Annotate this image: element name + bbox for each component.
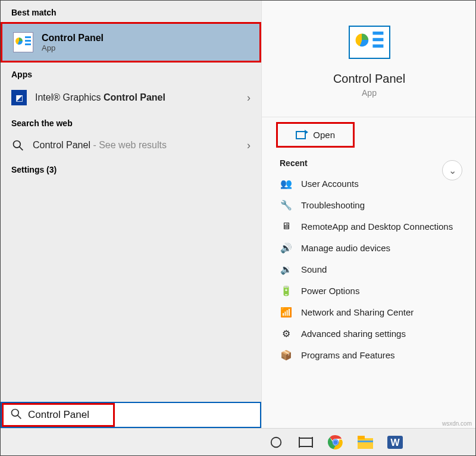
svg-line-3 bbox=[18, 416, 21, 419]
watermark: wsxdn.com bbox=[442, 420, 472, 427]
recent-item[interactable]: 🔋Power Options bbox=[262, 280, 476, 301]
taskbar: W bbox=[1, 428, 476, 455]
sound-icon: 🔉 bbox=[280, 263, 293, 276]
divider bbox=[262, 117, 476, 117]
wrench-icon: 🔧 bbox=[280, 198, 293, 211]
best-match-result[interactable]: Control Panel App bbox=[1, 22, 261, 63]
svg-text:W: W bbox=[390, 438, 400, 448]
best-match-title: Control Panel bbox=[42, 33, 104, 43]
recent-item[interactable]: 🔊Manage audio devices bbox=[262, 237, 476, 258]
expand-button[interactable]: ⌄ bbox=[442, 160, 462, 180]
recent-item[interactable]: 🔧Troubleshooting bbox=[262, 194, 476, 215]
search-input[interactable]: Control Panel bbox=[1, 402, 261, 428]
remote-icon: 🖥 bbox=[280, 220, 293, 233]
control-panel-icon-large bbox=[349, 26, 390, 59]
users-icon: 👥 bbox=[280, 177, 293, 190]
web-result[interactable]: Control Panel - See web results › bbox=[1, 133, 261, 158]
speaker-icon: 🔊 bbox=[280, 241, 293, 254]
chevron-right-icon[interactable]: › bbox=[247, 139, 250, 152]
search-icon bbox=[11, 139, 24, 152]
recent-item[interactable]: 📦Programs and Features bbox=[262, 344, 476, 366]
svg-rect-13 bbox=[358, 436, 365, 439]
preview-subtitle: App bbox=[362, 88, 377, 98]
control-panel-icon bbox=[13, 32, 33, 52]
battery-icon: 🔋 bbox=[280, 284, 293, 297]
search-web-label: Search the web bbox=[1, 111, 261, 133]
svg-point-0 bbox=[14, 141, 21, 148]
chrome-icon[interactable] bbox=[324, 431, 347, 454]
search-value: Control Panel bbox=[28, 409, 260, 421]
preview-title: Control Panel bbox=[333, 72, 405, 86]
chevron-right-icon[interactable]: › bbox=[247, 92, 250, 104]
recent-item[interactable]: 🖥RemoteApp and Desktop Connections bbox=[262, 215, 476, 237]
open-button[interactable]: Open bbox=[276, 122, 355, 148]
task-view-icon[interactable] bbox=[295, 431, 317, 454]
apps-label: Apps bbox=[1, 63, 261, 84]
preview-panel: Control Panel App Open ⌄ Recent 👥User Ac… bbox=[261, 1, 476, 429]
box-icon: 📦 bbox=[280, 348, 293, 361]
svg-point-4 bbox=[271, 437, 281, 447]
svg-point-2 bbox=[12, 410, 19, 417]
svg-point-11 bbox=[333, 440, 338, 445]
recent-item[interactable]: 📶Network and Sharing Center bbox=[262, 301, 476, 323]
app-result-intel-graphics[interactable]: ◩ Intel® Graphics Control Panel › bbox=[1, 84, 261, 111]
word-icon[interactable]: W bbox=[384, 431, 406, 454]
open-icon bbox=[296, 131, 306, 139]
recent-item[interactable]: 🔉Sound bbox=[262, 258, 476, 280]
cortana-icon[interactable] bbox=[265, 431, 287, 454]
svg-rect-5 bbox=[299, 438, 312, 446]
svg-rect-12 bbox=[358, 438, 373, 449]
intel-icon: ◩ bbox=[11, 90, 27, 105]
settings-label[interactable]: Settings (3) bbox=[1, 158, 261, 182]
recent-list: 👥User Accounts 🔧Troubleshooting 🖥RemoteA… bbox=[262, 173, 476, 366]
svg-line-1 bbox=[20, 147, 23, 151]
file-explorer-icon[interactable] bbox=[354, 431, 377, 454]
network-icon: 📶 bbox=[280, 305, 293, 318]
recent-item[interactable]: ⚙Advanced sharing settings bbox=[262, 323, 476, 344]
best-match-subtitle: App bbox=[42, 43, 104, 52]
gear-icon: ⚙ bbox=[280, 327, 293, 340]
svg-rect-14 bbox=[358, 441, 373, 442]
search-icon bbox=[10, 408, 22, 422]
results-panel: Best match Control Panel App Apps ◩ Inte… bbox=[1, 1, 261, 429]
best-match-label: Best match bbox=[1, 1, 261, 22]
preview-hero: Control Panel App bbox=[262, 1, 476, 112]
